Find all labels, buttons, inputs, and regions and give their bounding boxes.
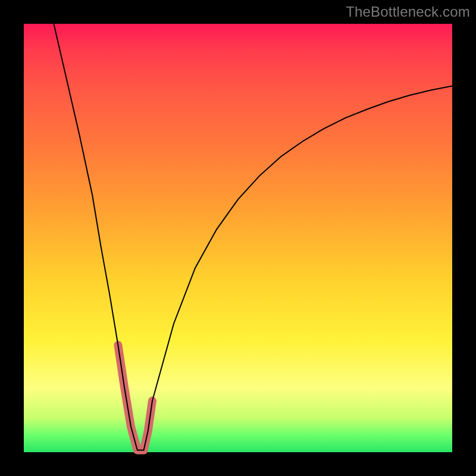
plot-area xyxy=(24,24,452,452)
chart-frame: TheBottleneck.com xyxy=(0,0,476,476)
curve-svg xyxy=(24,24,452,452)
watermark-text: TheBottleneck.com xyxy=(346,4,470,20)
curve-path xyxy=(54,24,452,450)
